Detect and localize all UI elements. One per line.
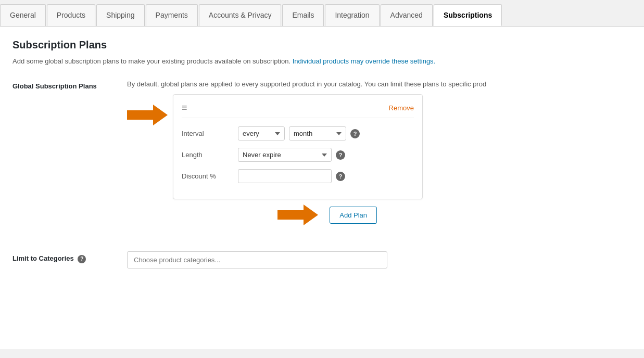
tab-accounts-privacy[interactable]: Accounts & Privacy: [199, 4, 282, 26]
tab-subscriptions[interactable]: Subscriptions: [434, 4, 502, 26]
tab-advanced[interactable]: Advanced: [381, 4, 433, 26]
length-controls: Never expire 1 month 3 months 6 months 1…: [238, 148, 414, 162]
tab-emails[interactable]: Emails: [282, 4, 324, 26]
length-row: Length Never expire 1 month 3 months 6 m…: [182, 148, 414, 162]
add-plan-button[interactable]: Add Plan: [330, 207, 377, 224]
length-help-icon[interactable]: ?: [336, 150, 345, 160]
discount-label: Discount %: [182, 172, 234, 180]
interval-every-select[interactable]: every: [238, 126, 285, 140]
arrow-body: [127, 110, 153, 120]
limit-categories-row: Limit to Categories ?: [12, 251, 632, 268]
limit-categories-input[interactable]: [127, 251, 387, 268]
discount-controls: ?: [238, 169, 414, 183]
global-plans-controls: By default, global plans are applied to …: [127, 79, 486, 241]
interval-period-select[interactable]: day week month year: [289, 126, 346, 140]
interval-row: Interval every day week month year: [182, 126, 414, 140]
tabs-navigation: GeneralProductsShippingPaymentsAccounts …: [0, 0, 644, 27]
interval-label: Interval: [182, 130, 234, 137]
global-plans-label: Global Subscription Plans: [12, 79, 127, 90]
interval-help-icon[interactable]: ?: [350, 129, 360, 138]
interval-controls: every day week month year ?: [238, 126, 414, 140]
drag-handle-icon[interactable]: ≡: [182, 103, 187, 112]
content-area: Subscription Plans Add some global subsc…: [0, 27, 644, 349]
add-plan-arrow-body: [277, 210, 304, 220]
discount-help-icon[interactable]: ?: [336, 172, 345, 181]
tab-payments[interactable]: Payments: [146, 4, 198, 26]
limit-categories-control: [127, 251, 632, 268]
add-plan-arrow: [277, 204, 318, 225]
remove-link[interactable]: Remove: [389, 104, 414, 112]
individual-products-link[interactable]: Individual products may override these s…: [293, 57, 436, 65]
global-plans-description: By default, global plans are applied to …: [127, 79, 486, 90]
tab-shipping[interactable]: Shipping: [96, 4, 145, 26]
limit-categories-help-icon[interactable]: ?: [78, 255, 86, 263]
limit-categories-label-text: Limit to Categories: [12, 254, 74, 262]
section-title: Subscription Plans: [12, 39, 632, 51]
plan-card: ≡ Remove Interval every day week: [173, 94, 423, 199]
arrow-head: [153, 105, 168, 125]
section-description: Add some global subscription plans to ma…: [12, 56, 632, 67]
arrow-indicator: [127, 105, 168, 125]
add-plan-arrow-head: [304, 204, 318, 225]
length-label: Length: [182, 151, 234, 159]
description-text-part1: Add some global subscription plans to ma…: [12, 57, 291, 65]
tab-products[interactable]: Products: [47, 4, 95, 26]
global-subscription-plans-row: Global Subscription Plans By default, gl…: [12, 79, 632, 241]
length-select[interactable]: Never expire 1 month 3 months 6 months 1…: [238, 148, 332, 162]
tab-integration[interactable]: Integration: [325, 4, 379, 26]
limit-categories-label: Limit to Categories ?: [12, 251, 127, 263]
tab-general[interactable]: General: [0, 4, 46, 26]
discount-row: Discount % ?: [182, 169, 414, 183]
add-plan-row: Add Plan: [127, 204, 377, 225]
plan-card-header: ≡ Remove: [182, 103, 414, 118]
discount-input[interactable]: [238, 169, 332, 183]
